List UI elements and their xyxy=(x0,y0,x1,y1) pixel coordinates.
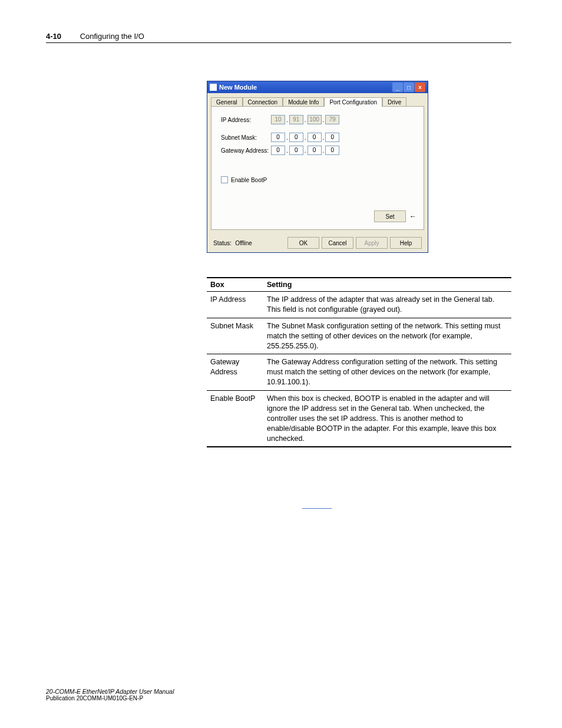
ok-button[interactable]: OK xyxy=(287,237,319,249)
titlebar[interactable]: New Module _ □ × xyxy=(207,81,428,93)
enable-bootp-checkbox[interactable] xyxy=(221,176,228,183)
subnet-mask-label: Subnet Mask: xyxy=(221,134,271,141)
page-header: 4-10 Configuring the I/O xyxy=(46,32,144,41)
cell-setting: The Subnet Mask configuration setting of… xyxy=(263,318,511,354)
col-header-box: Box xyxy=(207,278,263,292)
page-footer: 20-COMM-E EtherNet/IP Adapter User Manua… xyxy=(46,688,174,701)
gateway-octet-2[interactable]: 0 xyxy=(289,146,303,155)
cell-box: Gateway Address xyxy=(207,354,263,391)
set-button[interactable]: Set xyxy=(374,210,406,222)
maximize-button[interactable]: □ xyxy=(404,83,414,92)
ip-address-row: IP Address: 10. 91. 100. 79 xyxy=(221,115,414,124)
ip-address-label: IP Address: xyxy=(221,117,271,123)
table-row: IP Address The IP address of the adapter… xyxy=(207,292,511,318)
gateway-address-row: Gateway Address: 0. 0. 0. 0 xyxy=(221,146,414,155)
tab-connection[interactable]: Connection xyxy=(243,97,283,107)
status-label: Status: xyxy=(213,240,232,246)
minimize-button[interactable]: _ xyxy=(392,83,403,92)
table-row: Gateway Address The Gateway Address conf… xyxy=(207,354,511,391)
cell-box: Subnet Mask xyxy=(207,318,263,354)
subnet-octet-1[interactable]: 0 xyxy=(271,133,285,142)
publication-id: Publication 20COMM-UM010G-EN-P xyxy=(46,695,174,701)
chapter-title: Configuring the I/O xyxy=(80,32,144,41)
app-icon xyxy=(210,84,217,91)
gateway-octet-4[interactable]: 0 xyxy=(325,146,339,155)
tab-drive[interactable]: Drive xyxy=(382,97,406,107)
ip-octet-3: 100 xyxy=(308,115,322,124)
cancel-button[interactable]: Cancel xyxy=(322,237,353,249)
status-bar: Status: Offline OK Cancel Apply Help xyxy=(207,233,428,252)
gateway-octet-3[interactable]: 0 xyxy=(308,146,322,155)
subnet-octet-4[interactable]: 0 xyxy=(325,133,339,142)
table-row: Subnet Mask The Subnet Mask configuratio… xyxy=(207,318,511,354)
table-row: Enable BootP When this box is checked, B… xyxy=(207,391,511,447)
decorative-underline xyxy=(302,508,332,509)
gateway-address-label: Gateway Address: xyxy=(221,147,271,154)
ip-octet-1: 10 xyxy=(271,115,285,124)
subnet-mask-row: Subnet Mask: 0. 0. 0. 0 xyxy=(221,133,414,142)
page-number: 4-10 xyxy=(46,32,61,41)
subnet-octet-2[interactable]: 0 xyxy=(289,133,303,142)
ip-octet-4: 79 xyxy=(325,115,339,124)
cell-setting: The Gateway Address configuration settin… xyxy=(263,354,511,391)
cell-box: IP Address xyxy=(207,292,263,318)
new-module-dialog: New Module _ □ × General Connection Modu… xyxy=(207,81,428,253)
tab-strip: General Connection Module Info Port Conf… xyxy=(207,93,428,106)
col-header-setting: Setting xyxy=(263,278,511,292)
header-rule xyxy=(46,42,511,43)
status-value: Offline xyxy=(235,240,252,246)
tab-body: IP Address: 10. 91. 100. 79 Subnet Mask:… xyxy=(211,106,424,230)
help-button[interactable]: Help xyxy=(390,237,422,249)
cell-setting: The IP address of the adapter that was a… xyxy=(263,292,511,318)
subnet-octet-3[interactable]: 0 xyxy=(308,133,322,142)
apply-button[interactable]: Apply xyxy=(356,237,388,249)
tab-port-configuration[interactable]: Port Configuration xyxy=(324,97,382,107)
manual-title: 20-COMM-E EtherNet/IP Adapter User Manua… xyxy=(46,688,174,695)
enable-bootp-label: Enable BootP xyxy=(231,177,267,183)
enable-bootp-row: Enable BootP xyxy=(221,176,414,183)
close-button[interactable]: × xyxy=(415,83,425,92)
settings-description-table: Box Setting IP Address The IP address of… xyxy=(207,277,511,447)
ip-octet-2: 91 xyxy=(289,115,303,124)
tab-general[interactable]: General xyxy=(211,97,243,107)
window-title: New Module xyxy=(219,84,257,91)
gateway-octet-1[interactable]: 0 xyxy=(271,146,285,155)
tab-module-info[interactable]: Module Info xyxy=(283,97,324,107)
arrow-icon[interactable]: ← xyxy=(409,212,416,220)
cell-box: Enable BootP xyxy=(207,391,263,447)
cell-setting: When this box is checked, BOOTP is enabl… xyxy=(263,391,511,447)
